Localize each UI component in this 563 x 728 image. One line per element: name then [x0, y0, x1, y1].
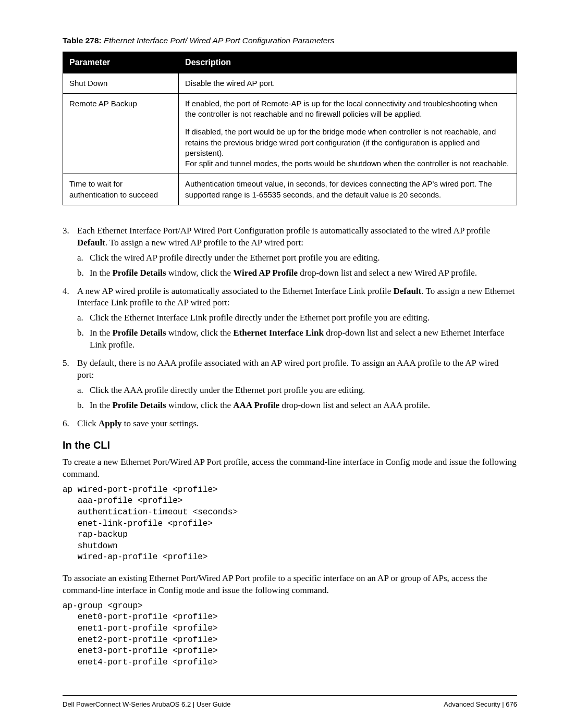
col-parameter: Parameter: [63, 52, 179, 73]
param-desc: Disable the wired AP port.: [179, 73, 517, 93]
step-number: 6.: [63, 418, 74, 430]
param-name: Time to wait for authentication to succe…: [63, 174, 179, 205]
table-row: Remote AP Backup If enabled, the port of…: [63, 93, 517, 174]
desc-p2: If disabled, the port would be up for th…: [185, 127, 496, 157]
substeps: a. Click the AAA profile directly under …: [77, 385, 517, 412]
step-number: 5.: [63, 357, 74, 369]
substep-a: a. Click the AAA profile directly under …: [77, 385, 517, 397]
table-header-row: Parameter Description: [63, 52, 517, 73]
desc-p1: If enabled, the port of Remote-AP is up …: [185, 99, 497, 118]
substep-a: a. Click the wired AP profile directly u…: [77, 252, 517, 264]
col-description: Description: [179, 52, 517, 73]
footer-right: Advanced Security | 676: [444, 700, 517, 709]
param-name: Remote AP Backup: [63, 93, 179, 174]
table-row: Time to wait for authentication to succe…: [63, 174, 517, 205]
substep-a: a. Click the Ethernet Interface Link pro…: [77, 312, 517, 324]
substep-b: b. In the Profile Details window, click …: [77, 267, 517, 279]
substeps: a. Click the Ethernet Interface Link pro…: [77, 312, 517, 351]
substeps: a. Click the wired AP profile directly u…: [77, 252, 517, 279]
page-footer: Dell PowerConnect W-Series ArubaOS 6.2 |…: [63, 695, 517, 709]
table-title: Ethernet Interface Port/ Wired AP Port C…: [102, 36, 335, 45]
cli-intro-1: To create a new Ethernet Port/Wired AP P…: [63, 456, 517, 480]
cli-code-2: ap-group <group> enet0-port-profile <pro…: [63, 601, 517, 669]
param-desc: Authentication timeout value, in seconds…: [179, 174, 517, 205]
cli-heading: In the CLI: [63, 438, 517, 452]
cli-code-1: ap wired-port-profile <profile> aaa-prof…: [63, 485, 517, 563]
substep-b: b. In the Profile Details window, click …: [77, 327, 517, 351]
table-caption: Table 278: Ethernet Interface Port/ Wire…: [63, 35, 517, 46]
step-number: 3.: [63, 225, 74, 237]
param-name: Shut Down: [63, 73, 179, 93]
step-number: 4.: [63, 286, 74, 298]
cli-intro-2: To associate an existing Ethernet Port/W…: [63, 573, 517, 597]
table-number: Table 278:: [63, 36, 102, 45]
param-desc: If enabled, the port of Remote-AP is up …: [179, 93, 517, 174]
step-6: 6. Click Apply to save your settings.: [63, 418, 517, 430]
step-4: 4. A new AP wired profile is automatical…: [63, 286, 517, 352]
step-5: 5. By default, there is no AAA profile a…: [63, 357, 517, 412]
footer-left: Dell PowerConnect W-Series ArubaOS 6.2 |…: [63, 700, 231, 709]
steps-list: 3. Each Ethernet Interface Port/AP Wired…: [63, 225, 517, 430]
substep-b: b. In the Profile Details window, click …: [77, 400, 517, 412]
desc-p3: For split and tunnel modes, the ports wo…: [185, 159, 509, 168]
table-row: Shut Down Disable the wired AP port.: [63, 73, 517, 93]
step-3: 3. Each Ethernet Interface Port/AP Wired…: [63, 225, 517, 279]
parameters-table: Parameter Description Shut Down Disable …: [63, 52, 517, 205]
